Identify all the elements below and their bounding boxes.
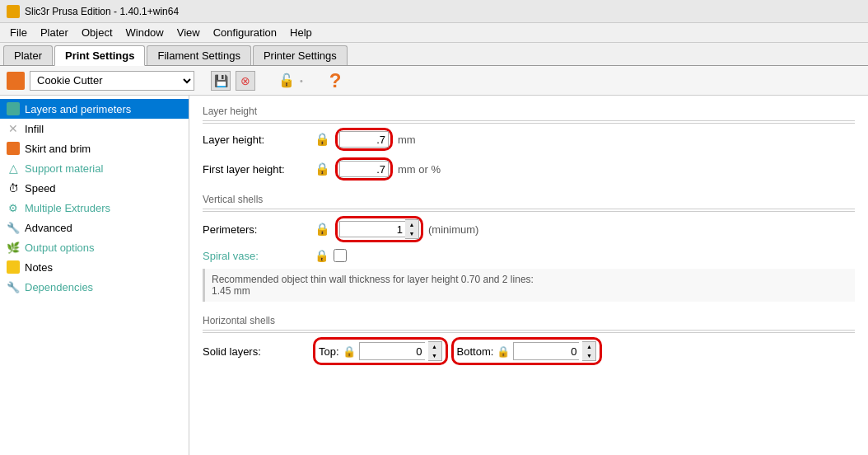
sidebar: Layers and perimeters ◄ ✕ Infill Skirt a… — [0, 96, 189, 455]
output-icon: 🌿 — [7, 241, 20, 254]
sidebar-item-multiple-extruders[interactable]: ⚙ Multiple Extruders — [0, 198, 189, 218]
sidebar-label-support: Support material — [25, 162, 103, 175]
recommendation-text: Recommended object thin wall thickness f… — [203, 269, 855, 302]
app-title: Slic3r Prusa Edition - 1.40.1+win64 — [25, 6, 179, 17]
first-layer-height-label: First layer height: — [203, 163, 310, 176]
delete-button[interactable]: ⊗ — [236, 71, 255, 91]
sidebar-label-output: Output options — [25, 242, 95, 254]
advanced-icon: 🔧 — [7, 221, 20, 234]
sidebar-item-notes[interactable]: Notes — [0, 257, 189, 277]
vertical-shells-section: Vertical shells Perimeters: 🔒 1 ▲ ▼ (min… — [203, 194, 855, 302]
sidebar-label-notes: Notes — [25, 261, 53, 274]
perimeters-row: Perimeters: 🔒 1 ▲ ▼ (minimum) — [203, 216, 855, 242]
toolbar: Cookie Cutter 💾 ⊗ 🔓 • ? — [0, 66, 868, 96]
perimeters-up[interactable]: ▲ — [405, 220, 418, 229]
vertical-shells-title: Vertical shells — [203, 194, 855, 209]
speed-icon: ⏱ — [7, 181, 20, 195]
solid-layers-row: Solid layers: Top: 🔒 0 ▲ ▼ Bottom: 🔒 0 — [203, 337, 855, 365]
sidebar-label-skirt: Skirt and brim — [25, 143, 91, 155]
main-content: Layers and perimeters ◄ ✕ Infill Skirt a… — [0, 96, 868, 455]
toolbar-lock-dot: • — [300, 76, 303, 86]
profile-selector[interactable]: Cookie Cutter — [30, 71, 194, 91]
bottom-spinner[interactable]: ▲ ▼ — [582, 341, 596, 361]
sidebar-label-dependencies: Dependencies — [25, 281, 93, 293]
extruders-icon: ⚙ — [7, 201, 20, 214]
help-button[interactable]: ? — [329, 69, 342, 92]
spiral-vase-row: Spiral vase: 🔒 — [203, 249, 855, 262]
menu-view[interactable]: View — [170, 25, 207, 40]
app-icon — [7, 5, 20, 18]
layers-icon — [7, 102, 20, 115]
top-highlight: Top: 🔒 0 ▲ ▼ — [313, 337, 448, 365]
menu-configuration[interactable]: Configuration — [207, 25, 283, 40]
menu-object[interactable]: Object — [75, 25, 119, 40]
perimeters-down[interactable]: ▼ — [405, 229, 418, 238]
tab-filament-settings[interactable]: Filament Settings — [147, 45, 250, 65]
support-icon: △ — [7, 162, 20, 175]
dependencies-icon: 🔧 — [7, 280, 20, 293]
top-label: Top: — [319, 345, 339, 358]
solid-layers-label: Solid layers: — [203, 345, 310, 358]
layer-height-row: Layer height: 🔒 .7 mm — [203, 128, 855, 151]
tab-printer-settings[interactable]: Printer Settings — [253, 45, 348, 65]
menu-window[interactable]: Window — [119, 25, 170, 40]
sidebar-label-speed: Speed — [25, 182, 56, 195]
sidebar-item-layers-perimeters[interactable]: Layers and perimeters ◄ — [0, 99, 189, 119]
sidebar-label-extruders: Multiple Extruders — [25, 202, 110, 214]
profile-icon — [7, 72, 25, 90]
perimeters-label: Perimeters: — [203, 223, 310, 236]
skirt-icon — [7, 142, 20, 155]
first-layer-height-highlight: .7 — [335, 157, 393, 181]
sidebar-item-skirt-brim[interactable]: Skirt and brim — [0, 138, 189, 158]
bottom-highlight: Bottom: 🔒 0 ▲ ▼ — [451, 337, 603, 365]
bottom-label: Bottom: — [457, 345, 494, 358]
perimeters-spinner[interactable]: ▲ ▼ — [405, 219, 419, 239]
first-layer-lock[interactable]: 🔒 — [315, 162, 330, 176]
title-bar: Slic3r Prusa Edition - 1.40.1+win64 — [0, 0, 868, 23]
sidebar-item-output-options[interactable]: 🌿 Output options — [0, 237, 189, 257]
layer-height-section: Layer height Layer height: 🔒 .7 mm First… — [203, 106, 855, 181]
tab-print-settings[interactable]: Print Settings — [54, 45, 146, 66]
infill-icon: ✕ — [7, 122, 20, 135]
spiral-vase-label: Spiral vase: — [203, 250, 310, 262]
first-layer-height-row: First layer height: 🔒 .7 mm or % — [203, 157, 855, 181]
notes-icon — [7, 260, 20, 274]
menu-bar: File Plater Object Window View Configura… — [0, 23, 868, 43]
bottom-down[interactable]: ▼ — [582, 351, 595, 360]
bottom-input[interactable]: 0 — [513, 342, 579, 360]
toolbar-lock-icon[interactable]: 🔓 — [278, 73, 295, 88]
menu-file[interactable]: File — [3, 25, 34, 40]
save-button[interactable]: 💾 — [211, 71, 231, 91]
layer-height-lock[interactable]: 🔒 — [315, 132, 330, 147]
delete-icon: ⊗ — [240, 74, 250, 87]
spiral-vase-checkbox[interactable] — [334, 249, 347, 262]
horizontal-shells-title: Horizontal shells — [203, 315, 855, 331]
menu-help[interactable]: Help — [283, 25, 319, 40]
top-spinner[interactable]: ▲ ▼ — [428, 341, 442, 361]
sidebar-item-infill[interactable]: ✕ Infill — [0, 119, 189, 138]
top-up[interactable]: ▲ — [428, 342, 441, 351]
horizontal-shells-section: Horizontal shells Solid layers: Top: 🔒 0… — [203, 315, 855, 365]
sidebar-item-speed[interactable]: ⏱ Speed — [0, 178, 189, 198]
layer-height-input[interactable]: .7 — [339, 131, 389, 148]
perimeters-lock[interactable]: 🔒 — [315, 222, 330, 237]
sidebar-item-dependencies[interactable]: 🔧 Dependencies — [0, 277, 189, 297]
first-layer-height-input[interactable]: .7 — [339, 161, 389, 177]
top-down[interactable]: ▼ — [428, 351, 441, 360]
perimeters-input[interactable]: 1 — [339, 221, 405, 237]
first-layer-height-unit: mm or % — [398, 163, 441, 176]
sidebar-label-infill: Infill — [25, 123, 44, 135]
perimeters-unit: (minimum) — [428, 223, 478, 236]
layer-height-unit: mm — [398, 134, 416, 146]
top-input[interactable]: 0 — [359, 342, 425, 360]
layer-height-highlight: .7 — [335, 128, 393, 151]
perimeters-highlight: 1 ▲ ▼ — [335, 216, 423, 242]
top-lock[interactable]: 🔒 — [343, 345, 356, 358]
sidebar-item-advanced[interactable]: 🔧 Advanced — [0, 218, 189, 237]
sidebar-label-advanced: Advanced — [25, 222, 72, 234]
sidebar-item-support-material[interactable]: △ Support material — [0, 158, 189, 178]
tab-plater[interactable]: Plater — [3, 45, 53, 65]
bottom-up[interactable]: ▲ — [582, 342, 595, 351]
bottom-lock[interactable]: 🔒 — [497, 345, 510, 358]
menu-plater[interactable]: Plater — [34, 25, 75, 40]
